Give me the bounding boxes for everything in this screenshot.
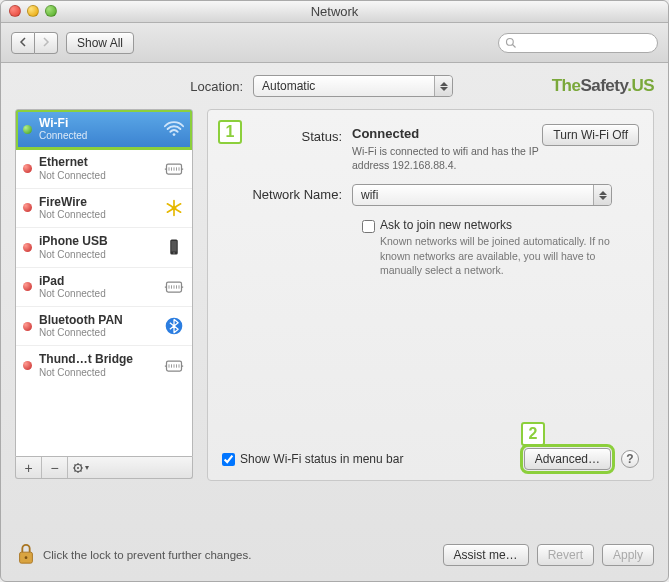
lock-row: Click the lock to prevent further change…: [15, 541, 251, 569]
zoom-icon[interactable]: [45, 5, 57, 17]
lock-icon[interactable]: [15, 541, 37, 569]
firewire-icon: [163, 197, 185, 219]
close-icon[interactable]: [9, 5, 21, 17]
status-dot-icon: [23, 203, 32, 212]
content: Location: Automatic TheSafety.US Wi-Fi C…: [1, 63, 668, 491]
service-name: FireWire: [39, 195, 156, 209]
svg-point-2: [173, 133, 176, 136]
help-button[interactable]: ?: [621, 450, 639, 468]
search-input[interactable]: [521, 37, 651, 49]
network-pref-window: Network Show All Location: Automatic The…: [0, 0, 669, 582]
svg-rect-6: [171, 241, 176, 252]
apply-button[interactable]: Apply: [602, 544, 654, 566]
network-name-row: Network Name: wifi: [222, 184, 639, 206]
service-actions-button[interactable]: [68, 457, 94, 478]
ask-join-label: Ask to join new networks: [380, 218, 639, 232]
assist-me-button[interactable]: Assist me…: [443, 544, 529, 566]
sidebar-item-bluetooth-pan[interactable]: Bluetooth PAN Not Connected: [16, 307, 192, 346]
ask-join-description: Known networks will be joined automatica…: [380, 234, 639, 277]
show-status-row: Show Wi-Fi status in menu bar: [222, 452, 403, 466]
service-status: Not Connected: [39, 327, 156, 339]
network-name-select[interactable]: wifi: [352, 184, 612, 206]
ethernet-icon: [163, 355, 185, 377]
chevron-left-icon: [18, 37, 28, 47]
select-arrows-icon: [593, 185, 611, 205]
service-status: Not Connected: [39, 367, 156, 379]
remove-service-button[interactable]: −: [42, 457, 68, 478]
service-status: Not Connected: [39, 170, 156, 182]
show-wifi-status-label: Show Wi-Fi status in menu bar: [240, 452, 403, 466]
status-dot-icon: [23, 361, 32, 370]
window-title: Network: [311, 4, 359, 19]
pane-footer: Show Wi-Fi status in menu bar Advanced… …: [222, 448, 639, 470]
search-field[interactable]: [498, 33, 658, 53]
detail-pane: 1 Turn Wi-Fi Off Status: Connected Wi-Fi…: [207, 109, 654, 481]
sidebar-item-ipad[interactable]: iPad Not Connected: [16, 268, 192, 307]
brand-logo: TheSafety.US: [552, 76, 654, 96]
main-area: Wi-Fi Connected Ethernet Not Connected: [15, 109, 654, 481]
list-toolbar: + −: [15, 457, 193, 479]
svg-point-0: [507, 38, 514, 45]
chevron-right-icon: [41, 37, 51, 47]
forward-button[interactable]: [35, 32, 58, 54]
wifi-icon: [163, 118, 185, 140]
status-description: Wi-Fi is connected to wifi and has the I…: [352, 144, 542, 172]
ethernet-icon: [163, 276, 185, 298]
svg-point-7: [173, 253, 175, 255]
toolbar: Show All: [1, 23, 668, 63]
service-name: Ethernet: [39, 155, 156, 169]
service-status: Not Connected: [39, 209, 156, 221]
ethernet-icon: [163, 158, 185, 180]
location-row: Location: Automatic TheSafety.US: [15, 75, 654, 97]
service-status: Connected: [39, 130, 156, 142]
svg-point-14: [25, 556, 28, 559]
status-dot-icon: [23, 164, 32, 173]
iphone-icon: [163, 236, 185, 258]
sidebar-item-wifi[interactable]: Wi-Fi Connected: [16, 110, 192, 149]
svg-line-1: [513, 44, 516, 47]
sidebar: Wi-Fi Connected Ethernet Not Connected: [15, 109, 193, 481]
bluetooth-icon: [163, 315, 185, 337]
service-name: Bluetooth PAN: [39, 313, 156, 327]
service-name: Wi-Fi: [39, 116, 156, 130]
sidebar-item-thunderbolt-bridge[interactable]: Thund…t Bridge Not Connected: [16, 346, 192, 384]
sidebar-item-ethernet[interactable]: Ethernet Not Connected: [16, 149, 192, 188]
service-status: Not Connected: [39, 249, 156, 261]
sidebar-item-firewire[interactable]: FireWire Not Connected: [16, 189, 192, 228]
show-all-button[interactable]: Show All: [66, 32, 134, 54]
location-label: Location:: [15, 79, 243, 94]
network-name-value: wifi: [361, 188, 378, 202]
show-wifi-status-checkbox[interactable]: [222, 453, 235, 466]
nav-buttons: [11, 32, 58, 54]
ask-join-checkbox[interactable]: [362, 220, 375, 233]
ask-join-row: Ask to join new networks Known networks …: [362, 218, 639, 277]
minimize-icon[interactable]: [27, 5, 39, 17]
service-name: Thund…t Bridge: [39, 352, 156, 366]
footer-buttons: Assist me… Revert Apply: [443, 544, 654, 566]
service-list[interactable]: Wi-Fi Connected Ethernet Not Connected: [15, 109, 193, 457]
add-service-button[interactable]: +: [16, 457, 42, 478]
back-button[interactable]: [11, 32, 35, 54]
location-value: Automatic: [262, 79, 315, 93]
status-dot-icon: [23, 322, 32, 331]
service-name: iPhone USB: [39, 234, 156, 248]
location-select[interactable]: Automatic: [253, 75, 453, 97]
step-badge-2: 2: [521, 422, 545, 446]
network-name-label: Network Name:: [222, 184, 352, 202]
turn-wifi-off-button[interactable]: Turn Wi-Fi Off: [542, 124, 639, 146]
service-name: iPad: [39, 274, 156, 288]
status-dot-icon: [23, 282, 32, 291]
traffic-lights: [9, 5, 57, 17]
step-badge-1: 1: [218, 120, 242, 144]
status-dot-icon: [23, 125, 32, 134]
service-status: Not Connected: [39, 288, 156, 300]
window-footer: Click the lock to prevent further change…: [15, 541, 654, 569]
advanced-button[interactable]: Advanced…: [524, 448, 611, 470]
svg-point-12: [77, 467, 79, 469]
titlebar[interactable]: Network: [1, 1, 668, 23]
gear-icon: [72, 462, 90, 474]
search-icon: [505, 37, 517, 49]
revert-button[interactable]: Revert: [537, 544, 594, 566]
sidebar-item-iphone-usb[interactable]: iPhone USB Not Connected: [16, 228, 192, 267]
select-arrows-icon: [434, 76, 452, 96]
